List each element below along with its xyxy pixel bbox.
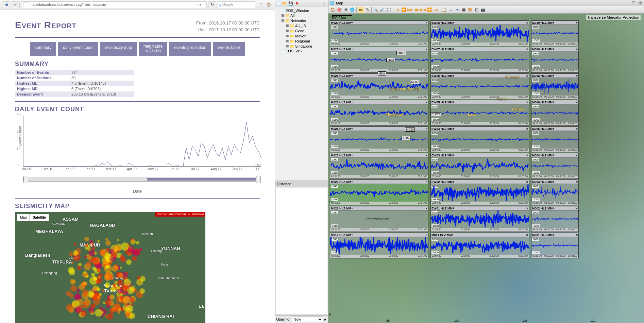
trace-EW04-HLZ-MM+[interactable]: EW04 HLZ MM+× 1000 -1000 02:59:3003:00:0… xyxy=(430,126,529,152)
trace-M004-HLZ-MM+[interactable]: M004 HLZ MM+× 1000 -1000 02:59:3003:00:0… xyxy=(531,153,579,179)
downloads-icon[interactable]: ⬚ xyxy=(256,1,264,8)
station-M027[interactable]: M027 xyxy=(396,51,406,55)
tab-daily-event-count[interactable]: daily event count xyxy=(58,42,98,56)
close-icon[interactable]: × xyxy=(526,207,528,210)
slider-handle-right[interactable] xyxy=(256,176,261,183)
close-icon[interactable]: × xyxy=(526,48,528,51)
tb-palette-icon[interactable]: 🎨 xyxy=(467,7,473,13)
slider-handle-left[interactable] xyxy=(23,176,28,183)
close-icon[interactable]: × xyxy=(526,180,528,184)
tb-globe-icon[interactable]: 🌐 xyxy=(349,7,355,13)
trace-M021-HLZ-MM+[interactable]: M021 HLZ MM+× 1000 -1000 Retrieving data… xyxy=(330,206,428,232)
close-icon[interactable]: × xyxy=(576,127,578,131)
close-icon[interactable]: × xyxy=(526,74,528,78)
close-icon[interactable]: × xyxy=(526,233,528,237)
chart-slider[interactable] xyxy=(23,177,261,182)
close-icon[interactable]: × xyxy=(426,154,427,157)
open-to-go-icon[interactable]: ▸ xyxy=(324,317,326,322)
open-to-select[interactable]: Now xyxy=(292,317,323,322)
tab-events-per-station[interactable]: events per station xyxy=(169,42,211,56)
tb-wave-icon[interactable]: ∿ xyxy=(454,7,460,13)
trace-M029-HLZ-MM+[interactable]: M029 HLZ MM+× 1000 -1000 02:59:3003:00:0… xyxy=(330,20,428,46)
map-button-satellite[interactable]: Satellite xyxy=(30,214,49,221)
file-icon[interactable]: 📄 xyxy=(276,1,281,6)
tb-filter-icon[interactable]: ⏚ xyxy=(448,7,454,13)
tree-item-mayon[interactable]: ⊞📁Mayon xyxy=(276,33,326,38)
delete-icon[interactable]: ✖ xyxy=(294,1,299,6)
station-M030[interactable]: M030 xyxy=(405,128,415,132)
tb-last-icon[interactable]: ⏭ xyxy=(433,7,439,13)
trace-M002-HLZ-MM+[interactable]: M002 HLZ MM+× 1000 -1000 02:59:3003:00:0… xyxy=(531,206,579,232)
tb-copy-icon[interactable]: 📋 xyxy=(441,7,447,13)
trace-M001-HLZ-MM+[interactable]: M001 HLZ MM+× 1000 -1000 02:59:3003:00:0… xyxy=(531,233,579,258)
trace-EW08-HLZ-MM+[interactable]: EW08 HLZ MM+× 1000 -1000 02:59:3003:00:0… xyxy=(430,20,529,46)
tree-item-networks[interactable]: ⊟📁Networks xyxy=(276,18,326,23)
trace-M023-HLZ-MM+[interactable]: M023 HLZ MM+× 1000 -1000 02:59:3003:00:0… xyxy=(330,153,428,179)
close-icon[interactable]: × xyxy=(426,207,427,210)
close-icon[interactable]: × xyxy=(526,101,528,104)
trace-M009-HLZ-MM+[interactable]: M009 HLZ MM+× 1000 -1000 02:59:3003:00:0… xyxy=(531,47,579,73)
trace-M025-HLZ-MM+[interactable]: M025 HLZ MM+× 1000 -1000 02:59:3003:00:0… xyxy=(330,100,428,126)
tb-select-icon[interactable]: ▭ xyxy=(358,7,364,13)
data-tree[interactable]: 📄EOS_Winston⊞📁All⊟📁Networks⊞📁AU_IS⊞📁Gede… xyxy=(275,7,328,55)
tb-zoomfit-icon[interactable]: ⛶ xyxy=(386,7,392,13)
map-view[interactable]: 500.0 km Transverse Mercator Projection … xyxy=(328,14,644,323)
restore-icon[interactable]: 🗗 xyxy=(637,1,643,5)
forward-button[interactable]: ▶ xyxy=(12,1,20,8)
station-HKA[interactable]: HKA xyxy=(378,71,386,75)
tab-magnitude-statistics[interactable]: magnitudestatistics xyxy=(139,42,167,56)
tab-summary[interactable]: summary xyxy=(30,42,56,56)
tb-zoomout-icon[interactable]: 🔎 xyxy=(379,7,385,13)
tb-nav-icon[interactable]: ✥ xyxy=(343,7,349,13)
trace-M005-HLZ-MM+[interactable]: M005 HLZ MM+× 1000 -1000 02:59:3003:00:0… xyxy=(531,126,579,152)
tb-first-icon[interactable]: ⏮ xyxy=(394,7,400,13)
trace-M008-HLZ-MM+[interactable]: M008 HLZ MM+× 1000 -1000 02:59:3003:00:0… xyxy=(531,73,579,99)
tree-item-gede[interactable]: ⊞📁Gede xyxy=(276,28,326,33)
url-bar[interactable]: http://dataweb.earthobservatory.sg/#seis… xyxy=(21,1,207,8)
close-icon[interactable]: × xyxy=(426,180,427,184)
trace-EW07-HLZ-MM+[interactable]: EW07 HLZ MM+× 1000 -1000 02:59:3003:00:0… xyxy=(430,47,529,73)
tb-zoomin-icon[interactable]: 🔍 xyxy=(373,7,379,13)
close-icon[interactable]: × xyxy=(426,21,427,24)
reload-button[interactable]: ↻ xyxy=(208,1,216,8)
station-CHTO[interactable]: CHTO xyxy=(430,112,441,116)
close-icon[interactable]: × xyxy=(576,21,578,24)
tree-item-au_is[interactable]: ⊞📁AU_IS xyxy=(276,23,326,28)
trace-M010-HLZ-MM+[interactable]: M010 HLZ MM+× 1000 -1000 02:59:3003:00:0… xyxy=(531,20,579,46)
trace-EW05-HLZ-MM+[interactable]: EW05 HLZ MM+× 1000 -1000 02:59:3003:00:0… xyxy=(430,100,529,126)
tb-next-icon[interactable]: ⏩ xyxy=(426,7,433,13)
home-icon[interactable]: 🏠 xyxy=(265,1,273,8)
close-icon[interactable]: × xyxy=(576,207,578,210)
trace-M022-HLZ-MM+[interactable]: M022 HLZ MM+× 1000 -1000 02:59:3003:00:0… xyxy=(330,180,428,205)
tb-camera-icon[interactable]: 📷 xyxy=(480,7,486,13)
close-icon[interactable]: × xyxy=(426,101,427,104)
tb-home-icon[interactable]: 🏠 xyxy=(330,7,336,13)
tree-item-regional[interactable]: ⊞📁Regional xyxy=(276,38,326,44)
close-icon[interactable]: × xyxy=(576,154,578,157)
maximize-icon[interactable]: ❐ xyxy=(631,1,637,5)
close-icon[interactable]: × xyxy=(526,127,528,131)
station-TMU[interactable]: TMU xyxy=(386,58,395,62)
trace-EW01-HLZ-MM+[interactable]: EW01 HLZ MM+× 1000 -1000 02:59:3003:00:0… xyxy=(430,206,529,232)
folder-open-icon[interactable]: 📂 xyxy=(282,1,287,6)
close-icon[interactable]: × xyxy=(426,74,427,78)
close-icon[interactable]: × xyxy=(526,154,528,157)
trace-M011-HLZ-MM+[interactable]: M011 HLZ MM+× 1000 -1000 02:59:3003:00:0… xyxy=(430,233,529,258)
close-icon[interactable]: × xyxy=(426,48,427,51)
tb-compass-icon[interactable]: 🎯 xyxy=(336,7,342,13)
close-icon[interactable]: × xyxy=(526,21,528,24)
tb-step-icon[interactable]: ▶▶ xyxy=(407,7,413,13)
station-YGN[interactable]: YGN xyxy=(402,136,410,140)
tb-back-icon[interactable]: ◀▶ xyxy=(413,7,420,13)
close-panel-icon[interactable]: × xyxy=(322,1,326,6)
tab-events-table[interactable]: events table xyxy=(213,42,245,56)
trace-EW02-HLZ-MM+[interactable]: EW02 HLZ MM+× 1000 -1000 02:59:3003:00:0… xyxy=(430,180,529,205)
save-icon[interactable]: 💾 xyxy=(288,1,293,6)
close-icon[interactable]: × xyxy=(576,74,578,78)
trace-M028-HLZ-MM+[interactable]: M028 HLZ MM+× 1000 -1000 02:59:3003:00:0… xyxy=(330,47,428,73)
bookmark-star-icon[interactable]: ☆ xyxy=(197,3,200,6)
tb-grid-icon[interactable]: ◫ xyxy=(474,7,480,13)
tree-item-eos_ws[interactable]: 📄EOS_WS xyxy=(276,49,326,53)
trace-EW03-HLZ-MM+[interactable]: EW03 HLZ MM+× 1000 -1000 02:59:3003:00:0… xyxy=(430,153,529,179)
tree-item-all[interactable]: ⊞📁All xyxy=(276,13,326,18)
